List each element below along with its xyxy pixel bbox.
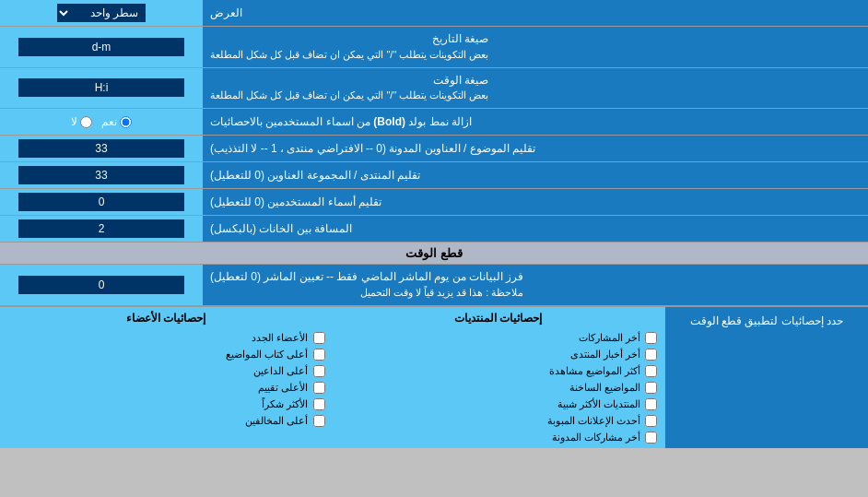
remove-bold-radio-cell: نعم لا	[0, 109, 203, 135]
trim-users-input[interactable]	[18, 193, 184, 211]
cb-blog-posts[interactable]: أخر مشاركات المدونة	[340, 432, 658, 444]
trim-forums-label: تقليم المنتدى / المجموعة العناوين (0 للت…	[203, 162, 868, 188]
time-format-label: صيغة الوقتبعض التكوينات يتطلب "/" التي ي…	[203, 68, 868, 109]
cb-top-inviters-input[interactable]	[313, 365, 325, 377]
radio-no[interactable]	[80, 116, 92, 128]
trim-users-input-cell	[0, 189, 203, 215]
cutoff-days-input-cell	[0, 265, 203, 305]
cb-last-posts-input[interactable]	[645, 332, 657, 344]
cb-top-rated-input[interactable]	[313, 382, 325, 394]
radio-no-label[interactable]: لا	[71, 115, 92, 128]
trim-users-label: تقليم أسماء المستخدمين (0 للتعطيل)	[203, 189, 868, 215]
cb-top-violators[interactable]: أعلى المخالفين	[7, 415, 325, 427]
cb-most-thanked[interactable]: الأكثر شكراً	[7, 398, 325, 410]
cb-most-viewed[interactable]: أكثر المواضيع مشاهدة	[340, 365, 658, 377]
trim-forums-row: تقليم المنتدى / المجموعة العناوين (0 للت…	[0, 162, 868, 189]
remove-bold-row: ازالة نمط بولد (Bold) من اسماء المستخدمي…	[0, 109, 868, 136]
spacing-input-cell	[0, 216, 203, 242]
cb-most-thanked-input[interactable]	[313, 398, 325, 410]
trim-threads-input-cell	[0, 136, 203, 161]
trim-threads-label: تقليم الموضوع / العناوين المدونة (0 -- ا…	[203, 136, 868, 161]
date-format-input-cell	[0, 27, 203, 67]
display-mode-select[interactable]: سطر واحد متعدد الأسطر	[57, 4, 146, 22]
cb-top-posters[interactable]: أعلى كتاب المواضيع	[7, 349, 325, 361]
trim-forums-input[interactable]	[18, 166, 184, 184]
cb-hot-topics-input[interactable]	[645, 382, 657, 394]
cb-blog-posts-input[interactable]	[645, 432, 657, 444]
cb-top-inviters[interactable]: أعلى الداعين	[7, 365, 325, 377]
time-format-input[interactable]	[18, 78, 184, 97]
forum-stats-title: إحصائيات المنتديات	[340, 312, 658, 325]
display-mode-input-cell: سطر واحد متعدد الأسطر	[0, 0, 203, 26]
cutoff-section-header: قطع الوقت	[0, 243, 868, 265]
radio-yes[interactable]	[120, 116, 132, 128]
cb-top-rated[interactable]: الأعلى تقييم	[7, 382, 325, 394]
date-format-input[interactable]	[18, 38, 184, 56]
member-stats-title: إحصائيات الأعضاء	[7, 312, 325, 325]
display-mode-row: العرض سطر واحد متعدد الأسطر	[0, 0, 868, 27]
spacing-label: المسافة بين الخانات (بالبكسل)	[203, 216, 868, 242]
forum-stats-col: إحصائيات المنتديات أخر المشاركات أخر أخب…	[333, 307, 666, 448]
cb-top-posters-input[interactable]	[313, 349, 325, 361]
date-format-label: صيغة التاريخبعض التكوينات يتطلب "/" التي…	[203, 27, 868, 67]
radio-yes-label[interactable]: نعم	[101, 115, 132, 128]
cb-latest-classifieds-input[interactable]	[645, 415, 657, 427]
cb-top-violators-input[interactable]	[313, 415, 325, 427]
cb-most-viewed-input[interactable]	[645, 365, 657, 377]
time-format-row: صيغة الوقتبعض التكوينات يتطلب "/" التي ي…	[0, 68, 868, 110]
checkboxes-section: حدد إحصائيات لتطبيق قطع الوقت إحصائيات ا…	[0, 306, 868, 448]
spacing-input[interactable]	[18, 219, 184, 238]
cb-new-members-input[interactable]	[313, 332, 325, 344]
limit-label-cell: حدد إحصائيات لتطبيق قطع الوقت	[665, 307, 868, 448]
cb-hot-topics[interactable]: المواضيع الساخنة	[340, 382, 658, 394]
remove-bold-label: ازالة نمط بولد (Bold) من اسماء المستخدمي…	[203, 109, 868, 135]
cutoff-days-label: فرز البيانات من يوم الماشر الماضي فقط --…	[203, 265, 868, 305]
time-format-input-cell	[0, 68, 203, 109]
cb-last-posts[interactable]: أخر المشاركات	[340, 332, 658, 344]
display-mode-label: العرض	[203, 0, 868, 26]
cb-similar-forums[interactable]: المنتديات الأكثر شبية	[340, 398, 658, 410]
cb-latest-classifieds[interactable]: أحدث الإعلانات المبوبة	[340, 415, 658, 427]
cb-new-members[interactable]: الأعضاء الجدد	[7, 332, 325, 344]
trim-threads-input[interactable]	[18, 139, 184, 158]
cutoff-days-row: فرز البيانات من يوم الماشر الماضي فقط --…	[0, 265, 868, 306]
trim-forums-input-cell	[0, 162, 203, 188]
spacing-row: المسافة بين الخانات (بالبكسل)	[0, 216, 868, 243]
main-container: العرض سطر واحد متعدد الأسطر صيغة التاريخ…	[0, 0, 868, 448]
trim-users-row: تقليم أسماء المستخدمين (0 للتعطيل)	[0, 189, 868, 216]
cutoff-days-input[interactable]	[18, 276, 184, 294]
trim-threads-row: تقليم الموضوع / العناوين المدونة (0 -- ا…	[0, 136, 868, 162]
cb-forum-news[interactable]: أخر أخبار المنتدى	[340, 349, 658, 361]
date-format-row: صيغة التاريخبعض التكوينات يتطلب "/" التي…	[0, 27, 868, 68]
cb-similar-forums-input[interactable]	[645, 398, 657, 410]
member-stats-col: إحصائيات الأعضاء الأعضاء الجدد أعلى كتاب…	[0, 307, 333, 448]
cb-forum-news-input[interactable]	[645, 349, 657, 361]
